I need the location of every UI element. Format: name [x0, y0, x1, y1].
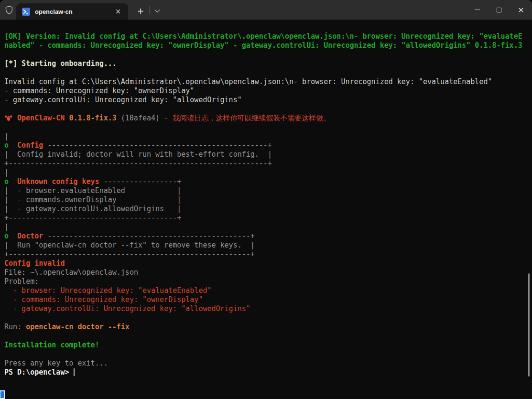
- terminal-text-segment: |: [177, 195, 181, 204]
- maximize-button[interactable]: [488, 0, 510, 20]
- terminal-line: PS D:\openclaw>: [4, 368, 528, 377]
- terminal-text-segment: -: [160, 114, 173, 122]
- terminal-text-segment: - browser: Unrecognized key: "evaluateEn…: [4, 286, 211, 295]
- terminal-text-segment: | - gateway.controlUi.allowedOrigins: [4, 205, 164, 213]
- terminal-text-segment: nabled" - commands: Unrecognized key: "o…: [4, 41, 522, 50]
- terminal-text-segment: Config invalid: [4, 259, 65, 268]
- tab-openclaw-cn[interactable]: openclaw-cn ×: [16, 3, 128, 20]
- maximize-icon: [497, 8, 501, 12]
- terminal-text-segment: +: [4, 159, 9, 168]
- terminal-line: | Run "openclaw-cn doctor --fix" to remo…: [4, 241, 528, 250]
- terminal-line: - gateway.controlUi: Unrecognized key: "…: [4, 96, 528, 105]
- close-button[interactable]: ×: [510, 0, 532, 20]
- terminal-line: [4, 332, 528, 341]
- terminal-text-segment: +: [177, 214, 181, 222]
- terminal-text-segment: [125, 186, 177, 195]
- minimize-button[interactable]: [466, 0, 488, 20]
- terminal-text-segment: Unknown config keys: [17, 177, 99, 186]
- terminal-line: - commands: Unrecognized key: "ownerDisp…: [4, 86, 528, 96]
- terminal-line: +---------------------------------------…: [4, 159, 528, 168]
- terminal-text-segment: +: [177, 177, 181, 186]
- terminal-text-segment: Problem:: [4, 277, 39, 286]
- terminal-text-segment: PS D:\openclaw>: [4, 368, 69, 377]
- terminal-text-segment: ---------------------------------------: [9, 214, 177, 222]
- tab-title: openclaw-cn: [35, 8, 113, 15]
- terminal-line: [*] Starting onboarding...: [4, 59, 528, 68]
- terminal-text-segment: [9, 141, 17, 150]
- new-tab-button[interactable]: +: [134, 4, 147, 17]
- terminal-line: [4, 313, 528, 323]
- terminal-text-segment: Config: [17, 141, 43, 150]
- terminal-text-segment: 0.1.8-fix.3: [69, 114, 116, 122]
- terminal-text-segment: ----------------------------------------…: [9, 159, 268, 168]
- terminal-text-segment: File: ~\.openclaw\openclaw.json: [4, 268, 138, 277]
- terminal-text-segment: [9, 177, 17, 186]
- terminal-text-segment: |: [4, 132, 9, 140]
- terminal-text-segment: Installation complete!: [4, 341, 99, 349]
- window-controls: ×: [466, 0, 532, 20]
- terminal-text-segment: [43, 141, 47, 150]
- terminal-line: |: [4, 223, 528, 232]
- terminal-text-segment: - commands: Unrecognized key: "ownerDisp…: [4, 295, 203, 304]
- terminal-line: Run: openclaw-cn doctor --fix: [4, 323, 528, 332]
- chevron-down-icon: [154, 7, 160, 12]
- tab-close-button[interactable]: ×: [113, 6, 123, 17]
- terminal-text-segment: ----------------------------------------…: [47, 232, 250, 240]
- terminal-line: o Doctor -------------------------------…: [4, 232, 528, 241]
- terminal-line: |: [4, 168, 528, 177]
- terminal-line: Installation complete!: [4, 341, 528, 350]
- terminal-line: [4, 123, 528, 132]
- terminal-text-segment: [69, 368, 73, 377]
- terminal-line: [OK] Version: Invalid config at C:\Users…: [4, 32, 528, 41]
- terminal-text-segment: -----------------: [104, 177, 177, 186]
- lobster-icon: [4, 114, 13, 121]
- terminal-line: - gateway.controlUi: Unrecognized key: "…: [4, 304, 528, 313]
- terminal-text-segment: |: [250, 241, 255, 249]
- terminal-text-segment: [9, 232, 17, 240]
- terminal-text-segment: | Config invalid; doctor will run with b…: [4, 150, 272, 159]
- terminal-line: OpenClaw-CN 0.1.8-fix.3 (10afea4) - 我阅读日…: [4, 114, 528, 123]
- terminal-text-segment: OpenClaw-CN: [17, 114, 65, 122]
- terminal-text-segment: |: [4, 168, 9, 177]
- terminal-text-segment: [43, 232, 47, 240]
- terminal-output[interactable]: [OK] Version: Invalid config at C:\Users…: [0, 20, 532, 399]
- scrollbar-thumb[interactable]: [528, 273, 530, 377]
- terminal-text-segment: |: [4, 223, 9, 231]
- terminal-line: +---------------------------------------…: [4, 250, 528, 259]
- terminal-line: |: [4, 132, 528, 141]
- admin-shield-icon: [0, 4, 18, 16]
- terminal-text-segment: +: [250, 232, 255, 240]
- terminal-text-segment: - gateway.controlUi: Unrecognized key: "…: [4, 304, 250, 313]
- background-window-icon: [0, 391, 4, 398]
- terminal-text-segment: Invalid config at C:\Users\Administrator…: [4, 77, 492, 86]
- terminal-text-segment: - commands: Unrecognized key: "ownerDisp…: [4, 86, 194, 95]
- terminal-line: | - commands.ownerDisplay |: [4, 195, 528, 205]
- terminal-line: o Config -------------------------------…: [4, 141, 528, 150]
- terminal-line: | Config invalid; doctor will run with b…: [4, 150, 528, 159]
- terminal-text-segment: [OK] Version: Invalid config at C:\Users…: [4, 32, 522, 41]
- tab-dropdown-button[interactable]: [151, 4, 163, 17]
- terminal-cursor: [74, 368, 75, 376]
- terminal-line: File: ~\.openclaw\openclaw.json: [4, 268, 528, 277]
- terminal-line: Config invalid: [4, 259, 528, 268]
- terminal-text-segment: [117, 114, 121, 122]
- terminal-line: [4, 350, 528, 359]
- terminal-text-segment: [99, 177, 104, 186]
- terminal-text-segment: |: [177, 186, 181, 195]
- terminal-line: o Unknown config keys -----------------+: [4, 177, 528, 186]
- terminal-text-segment: +: [268, 141, 272, 150]
- terminal-line: [4, 50, 528, 59]
- terminal-text-segment: - gateway.controlUi: Unrecognized key: "…: [4, 96, 242, 104]
- terminal-line: | - gateway.controlUi.allowedOrigins |: [4, 205, 528, 214]
- terminal-line: - browser: Unrecognized key: "evaluateEn…: [4, 286, 528, 295]
- terminal-text-segment: ----------------------------------------…: [9, 250, 250, 259]
- terminal-line: Problem:: [4, 277, 528, 286]
- terminal-text-segment: [13, 114, 17, 122]
- terminal-text-segment: |: [177, 205, 181, 213]
- terminal-text-segment: [117, 195, 177, 204]
- terminal-text-segment: +: [4, 250, 9, 259]
- terminal-line: [4, 68, 528, 77]
- terminal-line: | - browser.evaluateEnabled |: [4, 186, 528, 195]
- minimize-icon: [475, 10, 480, 10]
- terminal-line: - commands: Unrecognized key: "ownerDisp…: [4, 295, 528, 304]
